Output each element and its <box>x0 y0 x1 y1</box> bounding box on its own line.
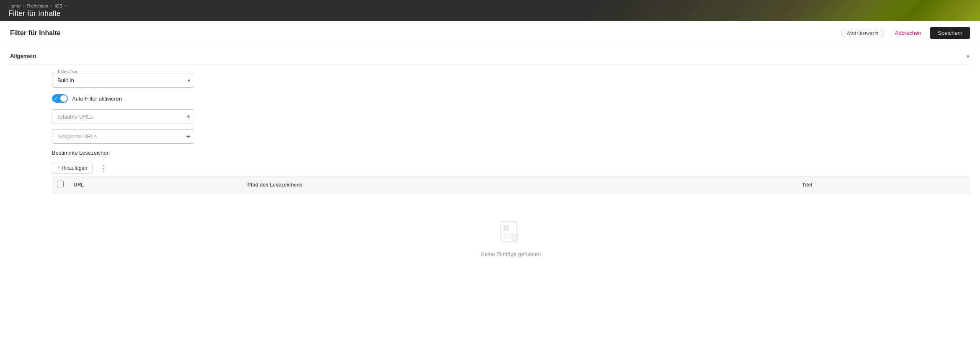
monitored-badge: Wird überwacht <box>841 29 884 37</box>
add-bookmark-button[interactable]: + Hinzufügen <box>52 163 93 174</box>
auto-filter-toggle[interactable]: ✓ <box>52 94 68 103</box>
breadcrumb-ios[interactable]: iOS <box>55 3 62 8</box>
breadcrumb-richtlinien[interactable]: Richtlinien <box>27 3 49 8</box>
filter-type-select-wrapper: Filter-Typ Built In Custom ▾ <box>52 73 194 88</box>
toggle-check-icon: ✓ <box>54 96 57 101</box>
bookmarks-title: Bestimmte Lesezeichen <box>52 150 970 156</box>
blocked-urls-input[interactable] <box>52 129 194 144</box>
table-col-title: Titel <box>797 176 970 193</box>
allowed-urls-add-button[interactable]: + <box>186 114 190 120</box>
blocked-urls-field: + <box>52 129 194 144</box>
breadcrumb-home[interactable]: Home <box>8 3 21 8</box>
allowed-urls-input[interactable] <box>52 109 194 124</box>
svg-rect-3 <box>503 237 512 238</box>
filter-type-field: Filter-Typ Built In Custom ▾ <box>52 73 970 88</box>
table-header: URL Pfad des Lesezeichens Titel <box>52 176 970 193</box>
empty-text: Keine Einträge gefunden <box>481 251 541 257</box>
allgemein-section: Allgemein ∧ Filter-Typ Built In Custom ▾ <box>0 45 980 274</box>
table-header-checkbox <box>52 176 69 193</box>
breadcrumb-sep-2: › <box>51 3 52 8</box>
cancel-button[interactable]: Abbrechen <box>890 27 926 39</box>
breadcrumb: Home › Richtlinien › iOS › <box>8 3 66 8</box>
empty-logo-icon: F <box>498 218 524 245</box>
section-title-allgemein: Allgemein <box>10 53 36 59</box>
table-col-path: Pfad des Lesezeichens <box>242 176 797 193</box>
more-options-button[interactable]: ⋮ <box>98 163 111 174</box>
page-title: Filter für Inhalte <box>10 29 61 37</box>
svg-text:F: F <box>513 235 516 241</box>
breadcrumb-sep-3: › <box>65 3 66 8</box>
allowed-urls-field: + <box>52 109 194 124</box>
form-section: Filter-Typ Built In Custom ▾ ✓ <box>10 65 970 274</box>
bookmarks-section: Bestimmte Lesezeichen + Hinzufügen ⋮ URL <box>52 150 970 274</box>
bookmarks-toolbar: + Hinzufügen ⋮ <box>52 160 970 176</box>
select-all-checkbox[interactable] <box>57 181 64 187</box>
blocked-urls-add-button[interactable]: + <box>186 133 190 140</box>
filter-type-select[interactable]: Built In Custom <box>52 73 194 88</box>
bookmarks-table: URL Pfad des Lesezeichens Titel <box>52 176 970 193</box>
breadcrumb-sep-1: › <box>23 3 24 8</box>
auto-filter-label: Auto-Filter aktivieren <box>72 96 122 102</box>
chevron-up-icon: ∧ <box>966 53 970 59</box>
table-header-row: URL Pfad des Lesezeichens Titel <box>52 176 970 193</box>
save-button[interactable]: Speichern <box>930 27 970 39</box>
header-actions: Abbrechen Speichern <box>890 27 970 39</box>
section-header-allgemein[interactable]: Allgemein ∧ <box>10 45 970 65</box>
main-content: Filter für Inhalte Wird überwacht Abbrec… <box>0 21 980 350</box>
svg-rect-1 <box>503 225 509 231</box>
auto-filter-row: ✓ Auto-Filter aktivieren <box>52 94 970 103</box>
toggle-slider: ✓ <box>52 94 68 103</box>
top-header: Home › Richtlinien › iOS › Filter für In… <box>0 0 980 21</box>
page-header: Filter für Inhalte Wird überwacht Abbrec… <box>0 21 980 45</box>
empty-state: F Keine Einträge gefunden <box>52 193 970 274</box>
header-title: Filter für Inhalte <box>8 9 66 18</box>
table-col-url: URL <box>69 176 242 193</box>
